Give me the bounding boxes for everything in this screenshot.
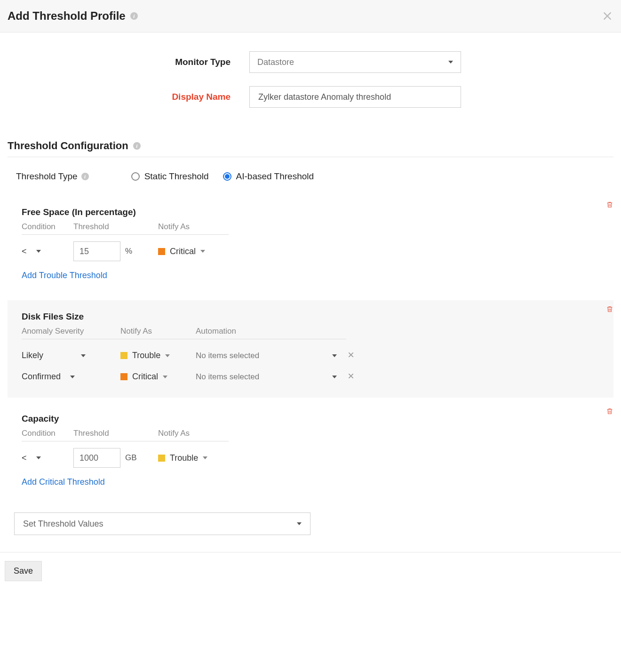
chevron-down-icon [297,522,302,525]
chevron-down-icon [332,376,337,378]
severity-swatch-icon [120,352,127,359]
metric-title: Capacity [22,414,599,424]
anomaly-severity-select[interactable]: Confirmed [22,372,120,382]
display-name-input-wrap [249,86,461,108]
metric-card-capacity: Capacity Condition Threshold Notify As <… [8,402,613,498]
col-condition: Condition [22,429,73,438]
chevron-down-icon [165,354,170,357]
condition-select[interactable]: < [22,453,73,463]
radio-checked-icon [223,172,231,181]
chevron-down-icon [448,61,453,64]
anomaly-row: Likely Trouble No items selected [22,351,379,360]
display-name-input[interactable] [257,87,453,107]
notify-as-select[interactable]: Critical [158,247,229,256]
trash-icon[interactable] [606,200,613,211]
trash-icon[interactable] [606,407,613,417]
modal-header: Add Threshold Profile i [0,0,621,32]
severity-swatch-icon [120,373,127,380]
col-notify: Notify As [158,429,229,438]
severity-swatch-icon [158,455,165,462]
section-title: Threshold Configuration i [8,140,613,157]
remove-row-icon[interactable] [337,372,365,382]
threshold-type-label: Threshold Type i [16,171,89,182]
anomaly-severity-select[interactable]: Likely [22,351,120,360]
automation-select[interactable]: No items selected [196,351,337,360]
modal-title: Add Threshold Profile i [8,9,138,23]
col-automation: Automation [196,327,337,336]
anomaly-row: Confirmed Critical No items selected [22,372,379,382]
set-threshold-values-placeholder: Set Threshold Values [23,519,103,529]
profile-form: Monitor Type Datastore Display Name [0,32,621,135]
metric-title: Free Space (In percentage) [22,207,599,217]
info-icon[interactable]: i [133,142,141,150]
radio-static-threshold[interactable]: Static Threshold [131,171,209,182]
col-anomaly-severity: Anomaly Severity [22,327,120,336]
chevron-down-icon [36,250,41,253]
radio-ai-threshold[interactable]: AI-based Threshold [223,171,314,182]
info-icon[interactable]: i [81,173,89,180]
metric-card-free-space: Free Space (In percentage) Condition Thr… [8,196,613,292]
notify-as-select[interactable]: Critical [120,372,196,382]
monitor-type-select[interactable]: Datastore [249,51,461,73]
automation-select[interactable]: No items selected [196,372,337,382]
col-notify: Notify As [158,222,229,232]
trash-icon[interactable] [606,305,613,315]
threshold-type-row: Threshold Type i Static Threshold AI-bas… [8,157,613,196]
footer: Save [0,552,621,590]
threshold-value-input[interactable] [73,241,120,261]
add-trouble-threshold-link[interactable]: Add Trouble Threshold [22,271,107,280]
chevron-down-icon [163,376,167,378]
set-threshold-values-select[interactable]: Set Threshold Values [14,512,310,535]
radio-unchecked-icon [131,172,140,181]
severity-swatch-icon [158,248,165,255]
save-button[interactable]: Save [5,561,42,581]
chevron-down-icon [203,456,207,459]
col-threshold: Threshold [73,222,158,232]
add-critical-threshold-link[interactable]: Add Critical Threshold [22,477,105,487]
col-threshold: Threshold [73,429,158,438]
metric-title: Disk Files Size [22,312,599,322]
chevron-down-icon [70,376,75,378]
chevron-down-icon [200,250,205,253]
section-title-text: Threshold Configuration [8,140,128,152]
monitor-type-label: Monitor Type [0,57,249,67]
col-notify: Notify As [120,327,196,336]
threshold-value-input[interactable] [73,448,120,468]
col-condition: Condition [22,222,73,232]
title-text: Add Threshold Profile [8,9,126,23]
notify-as-select[interactable]: Trouble [120,351,196,360]
metric-card-disk-files: Disk Files Size Anomaly Severity Notify … [8,300,613,398]
display-name-label: Display Name [0,92,249,102]
monitor-type-value: Datastore [257,57,294,67]
chevron-down-icon [36,456,41,459]
condition-select[interactable]: < [22,247,73,256]
chevron-down-icon [81,354,86,357]
threshold-unit: % [125,247,132,256]
remove-row-icon[interactable] [337,351,365,360]
chevron-down-icon [332,354,337,357]
close-icon[interactable] [602,8,613,24]
notify-as-select[interactable]: Trouble [158,453,229,463]
threshold-unit: GB [125,453,137,463]
info-icon[interactable]: i [130,12,138,20]
